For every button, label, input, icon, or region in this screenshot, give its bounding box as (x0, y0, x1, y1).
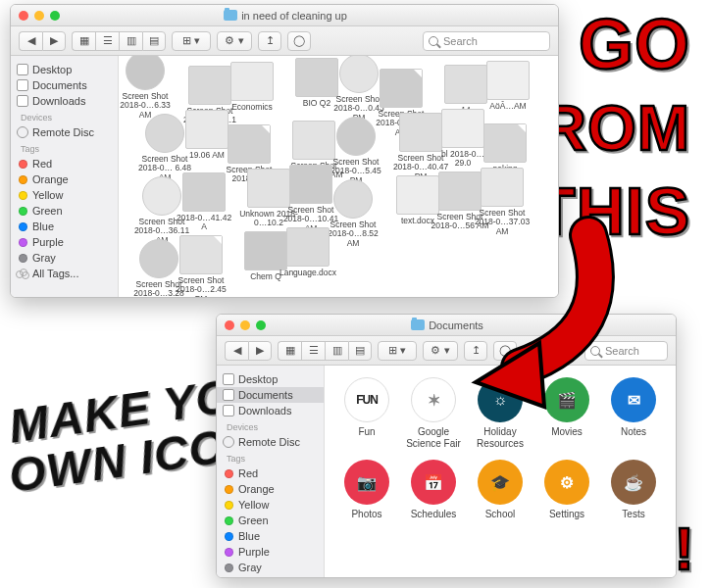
sidebar-item-remote-disc[interactable]: Remote Disc (11, 124, 118, 140)
folder-item-tests[interactable]: ☕Tests (603, 460, 664, 520)
sidebar-all-tags[interactable]: All Tags... (11, 266, 118, 281)
tag-dot-icon (19, 160, 27, 169)
sidebar-tag-blue[interactable]: Blue (11, 219, 118, 234)
file-item[interactable]: naking (476, 123, 534, 173)
sidebar-tag-red[interactable]: Red (217, 466, 324, 481)
folder-label: Notes (603, 426, 664, 438)
folder-item-schedules[interactable]: 📅Schedules (403, 460, 464, 520)
traffic-lights (19, 11, 60, 21)
sidebar-tag-red[interactable]: Red (11, 156, 118, 172)
sidebar-tag-orange[interactable]: Orange (11, 172, 118, 187)
sidebar-tag-yellow[interactable]: Yellow (11, 187, 118, 203)
file-thumbnail (182, 172, 226, 212)
sidebar-item-downloads[interactable]: Downloads (217, 403, 324, 418)
folder-label: Tests (603, 509, 664, 520)
file-item[interactable]: Screen Shot 2018-0…6.33 AM (119, 56, 175, 120)
window-title: in need of cleaning up (66, 10, 505, 22)
sidebar-item-remote-disc[interactable]: Remote Disc (217, 434, 324, 450)
file-thumbnail (486, 61, 530, 100)
folder-icon: FUN (344, 377, 389, 422)
sidebar-item-documents[interactable]: Documents (11, 77, 118, 93)
folder-label: School (470, 509, 531, 520)
search-input[interactable]: Search (423, 31, 550, 51)
sidebar-heading-devices: Devices (11, 109, 118, 124)
sidebar-tag-blue[interactable]: Blue (217, 528, 324, 544)
folder-item-photos[interactable]: 📷Photos (336, 460, 397, 520)
view-icons[interactable]: ▦ (72, 31, 95, 51)
view-columns[interactable]: ▥ (325, 341, 348, 361)
sidebar-tag-gray[interactable]: Gray (217, 560, 324, 575)
folder-glyph-icon (17, 79, 28, 91)
tag-dot-icon (19, 191, 27, 200)
action-button[interactable]: ⚙ ▾ (217, 31, 252, 51)
file-item[interactable]: Screen Shot 2018-0…2.45 PM (172, 235, 230, 297)
file-item[interactable]: AöÂ…AM (479, 61, 537, 111)
sidebar-tag-gray[interactable]: Gray (11, 250, 118, 266)
search-icon (429, 36, 438, 46)
tag-dot-icon (225, 485, 233, 494)
arrow-icon (422, 225, 637, 402)
sidebar-item-desktop[interactable]: Desktop (217, 371, 324, 387)
sidebar-tag-green[interactable]: Green (217, 513, 324, 528)
sidebar-heading-devices: Devices (217, 418, 324, 434)
folder-icon (224, 10, 237, 21)
tag-dot-icon (19, 207, 27, 216)
tags-button[interactable]: ◯ (287, 31, 311, 51)
file-thumbnail (286, 227, 330, 267)
minimize-icon[interactable] (34, 11, 44, 21)
sidebar-tag-orange[interactable]: Orange (217, 481, 324, 497)
view-list[interactable]: ☰ (95, 31, 119, 51)
sidebar-heading-tags: Tags (11, 140, 118, 156)
folder-item-settings[interactable]: ⚙Settings (536, 460, 597, 520)
sidebar-item-downloads[interactable]: Downloads (11, 93, 118, 109)
view-list[interactable]: ☰ (301, 341, 325, 361)
file-item[interactable]: Language.docx (279, 227, 337, 277)
minimize-icon[interactable] (240, 320, 250, 330)
tag-dot-icon (225, 532, 233, 541)
sidebar-tag-green[interactable]: Green (11, 203, 118, 219)
folder-icon: ☕ (611, 460, 656, 505)
file-thumbnail (336, 117, 376, 156)
arrange-button[interactable]: ⊞ ▾ (378, 341, 417, 361)
folder-glyph-icon (223, 373, 234, 385)
view-gallery[interactable]: ▤ (142, 31, 166, 51)
forward-button[interactable]: ▶ (248, 341, 272, 361)
sidebar-heading-tags: Tags (217, 450, 324, 466)
folder-icon: 📷 (344, 460, 389, 505)
file-thumbnail (333, 179, 373, 219)
sidebar-item-desktop[interactable]: Desktop (11, 62, 118, 77)
file-thumbnail (481, 168, 524, 207)
sidebar-tag-yellow[interactable]: Yellow (217, 497, 324, 513)
folder-glyph-icon (17, 95, 28, 107)
file-thumbnail (483, 123, 527, 163)
sidebar-all-tags[interactable]: All Tags... (217, 575, 324, 577)
folder-icon: ⚙ (544, 460, 589, 505)
forward-button[interactable]: ▶ (42, 31, 66, 51)
view-icons[interactable]: ▦ (278, 341, 301, 361)
folder-glyph-icon (17, 64, 28, 75)
folder-item-school[interactable]: 🎓School (470, 460, 531, 520)
back-button[interactable]: ◀ (225, 341, 248, 361)
sidebar-item-documents[interactable]: Documents (217, 387, 324, 403)
zoom-icon[interactable] (256, 320, 266, 330)
sidebar-tag-purple[interactable]: Purple (11, 234, 118, 250)
folder-label: Schedules (403, 509, 464, 520)
arrange-button[interactable]: ⊞ ▾ (172, 31, 211, 51)
share-button[interactable]: ↥ (258, 31, 281, 51)
tag-stack-icon (16, 269, 29, 280)
close-icon[interactable] (19, 11, 28, 21)
file-thumbnail (126, 56, 165, 90)
disc-icon (17, 126, 28, 138)
file-thumbnail (380, 69, 423, 108)
view-gallery[interactable]: ▤ (348, 341, 372, 361)
file-item[interactable]: 2018-0…41.42 A (175, 172, 233, 232)
folder-item-fun[interactable]: FUNFun (336, 377, 397, 450)
tag-dot-icon (225, 564, 233, 572)
view-columns[interactable]: ▥ (119, 31, 142, 51)
zoom-icon[interactable] (50, 11, 60, 21)
sidebar-tag-purple[interactable]: Purple (217, 544, 324, 560)
file-item[interactable]: Economics (223, 62, 281, 112)
close-icon[interactable] (225, 320, 234, 330)
folder-label: Google Science Fair (403, 426, 464, 450)
back-button[interactable]: ◀ (19, 31, 42, 51)
